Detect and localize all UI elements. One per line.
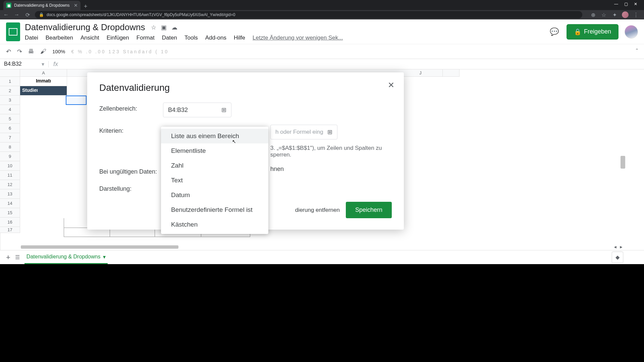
row-header[interactable]: 11: [0, 171, 20, 180]
menu-addons[interactable]: Add-ons: [205, 35, 226, 41]
back-icon[interactable]: ←: [3, 12, 9, 18]
row-header[interactable]: 17: [0, 227, 20, 233]
tab-close-icon[interactable]: ✕: [74, 3, 78, 8]
row-header[interactable]: 8: [0, 142, 20, 152]
row-header[interactable]: 6: [0, 124, 20, 133]
dropdown-item-text[interactable]: Text: [161, 173, 268, 188]
menu-daten[interactable]: Daten: [162, 35, 177, 41]
print-icon[interactable]: 🖶: [28, 48, 34, 55]
save-button[interactable]: Speichern: [346, 202, 392, 218]
active-sheet-tab[interactable]: Datenvalidierung & Dropdowns ▾: [24, 250, 108, 264]
criteria-dropdown[interactable]: Liste aus einem Bereich Elementliste Zah…: [161, 127, 268, 234]
row-header[interactable]: 3: [0, 96, 20, 105]
document-title[interactable]: Datenvalidierung & Dropdowns: [25, 22, 145, 33]
dropdown-item-list-from-range[interactable]: Liste aus einem Bereich: [161, 129, 268, 143]
window-controls[interactable]: — ▢ ✕: [610, 2, 641, 6]
col-header-j[interactable]: J: [398, 69, 443, 77]
toolbar: ↶ ↷ 🖶 🖌 100% € % .0 .00 123 Standard ( 1…: [0, 44, 644, 59]
comments-icon[interactable]: 💬: [548, 26, 560, 38]
menu-datei[interactable]: Datei: [25, 35, 38, 41]
label-criteria: Kriterien:: [99, 125, 163, 134]
dropdown-item-element-list[interactable]: Elementliste: [161, 143, 268, 158]
star-icon[interactable]: ☆: [600, 12, 607, 18]
name-box-dropdown-icon[interactable]: ▾: [42, 61, 44, 67]
dropdown-item-checkbox[interactable]: Kästchen: [161, 217, 268, 232]
sheets-favicon-icon: ▦: [6, 3, 11, 8]
dropdown-item-date[interactable]: Datum: [161, 188, 268, 202]
row-header[interactable]: 4: [0, 105, 20, 114]
search-icon[interactable]: ⊕: [590, 12, 596, 18]
formula-bar-row: B4:B32 ▾ fx: [0, 59, 644, 69]
new-tab-button[interactable]: +: [80, 3, 91, 10]
sheet-tab-menu-icon[interactable]: ▾: [103, 254, 106, 260]
zoom-level[interactable]: 100%: [52, 49, 65, 54]
menu-ansicht[interactable]: Ansicht: [80, 35, 99, 41]
col-header-a[interactable]: A: [20, 69, 67, 77]
dropdown-item-custom-formula[interactable]: Benutzerdefinierte Formel ist: [161, 202, 268, 217]
dialog-title: Datenvalidierung: [99, 82, 392, 93]
row-header[interactable]: 14: [0, 199, 20, 208]
close-window-icon[interactable]: ✕: [634, 2, 637, 6]
cell-a1[interactable]: Immatı: [20, 77, 67, 86]
name-box[interactable]: B4:B32 ▾: [0, 61, 49, 67]
row-header[interactable]: 15: [0, 208, 20, 218]
forward-icon[interactable]: →: [13, 12, 20, 18]
sheets-logo-icon[interactable]: [6, 22, 20, 41]
extensions-icon[interactable]: ✦: [611, 12, 618, 18]
row-header[interactable]: 5: [0, 114, 20, 124]
add-sheet-icon[interactable]: +: [6, 253, 10, 262]
share-label: Freigeben: [584, 28, 611, 35]
row-header[interactable]: 16: [0, 218, 20, 227]
redo-icon[interactable]: ↷: [17, 48, 22, 55]
row-header[interactable]: 12: [0, 180, 20, 189]
collapse-toolbar-icon[interactable]: ˆ: [636, 48, 638, 55]
undo-icon[interactable]: ↶: [6, 48, 11, 55]
row-header[interactable]: 2: [0, 86, 20, 96]
paint-format-icon[interactable]: 🖌: [40, 48, 46, 55]
cloud-status-icon[interactable]: ☁: [171, 24, 177, 31]
account-avatar-icon[interactable]: [625, 25, 638, 39]
row-header[interactable]: 9: [0, 152, 20, 161]
col-header-k[interactable]: [443, 69, 460, 77]
url-field[interactable]: 🔒 docs.google.com/spreadsheets/d/1JKUDAN…: [35, 11, 582, 18]
menu-tools[interactable]: Tools: [184, 35, 198, 41]
browser-tab[interactable]: ▦ Datenvalidierung & Dropdowns ✕: [3, 1, 80, 10]
menu-icon[interactable]: ⋮: [633, 12, 639, 18]
horizontal-scrollbar[interactable]: [21, 245, 178, 249]
select-all-corner[interactable]: [0, 69, 20, 77]
sheet-tab-label: Datenvalidierung & Dropdowns: [26, 254, 101, 260]
fx-icon: fx: [49, 61, 63, 68]
dialog-close-icon[interactable]: ✕: [388, 80, 394, 90]
menu-format[interactable]: Format: [137, 35, 155, 41]
last-edit-link[interactable]: Letzte Änderung vor wenigen Sek...: [253, 35, 343, 41]
menu-bearbeiten[interactable]: Bearbeiten: [46, 35, 73, 41]
minimize-icon[interactable]: —: [614, 2, 618, 6]
row-header[interactable]: 1: [0, 77, 20, 86]
share-button[interactable]: 🔒 Freigeben: [567, 24, 619, 40]
row-header[interactable]: 7: [0, 133, 20, 142]
row-header[interactable]: 13: [0, 189, 20, 199]
select-range-icon[interactable]: ⊞: [327, 128, 332, 136]
row-header[interactable]: 10: [0, 161, 20, 171]
reload-icon[interactable]: ⟳: [24, 12, 31, 18]
star-doc-icon[interactable]: ☆: [151, 24, 156, 31]
move-doc-icon[interactable]: ▣: [161, 24, 167, 31]
explore-button[interactable]: ◆: [612, 252, 623, 263]
menu-bar: Datei Bearbeiten Ansicht Einfügen Format…: [25, 35, 544, 41]
dropdown-item-number[interactable]: Zahl: [161, 158, 268, 173]
menu-hilfe[interactable]: Hilfe: [234, 35, 245, 41]
cell-range-input[interactable]: B4:B32 ⊞: [163, 103, 231, 117]
vertical-scrollbar[interactable]: [621, 156, 625, 169]
all-sheets-icon[interactable]: ☰: [15, 254, 20, 260]
browser-chrome: — ▢ ✕ ▦ Datenvalidierung & Dropdowns ✕ +…: [0, 0, 644, 19]
label-cell-range: Zellenbereich:: [99, 103, 163, 112]
remove-validation-button[interactable]: dierung entfernen: [288, 203, 340, 217]
hscroll-arrows[interactable]: ◄►: [613, 245, 623, 249]
criteria-hint: 3. „=$A$1:$B$1"), um Zeilen und Spalten …: [270, 145, 392, 158]
select-range-icon[interactable]: ⊞: [221, 106, 226, 114]
criteria-value-input[interactable]: h oder Formel eing ⊞: [270, 125, 337, 139]
cell-a2[interactable]: Studieı: [20, 86, 67, 96]
menu-einfuegen[interactable]: Einfügen: [107, 35, 129, 41]
maximize-icon[interactable]: ▢: [624, 2, 628, 6]
profile-avatar-icon[interactable]: [622, 11, 629, 18]
